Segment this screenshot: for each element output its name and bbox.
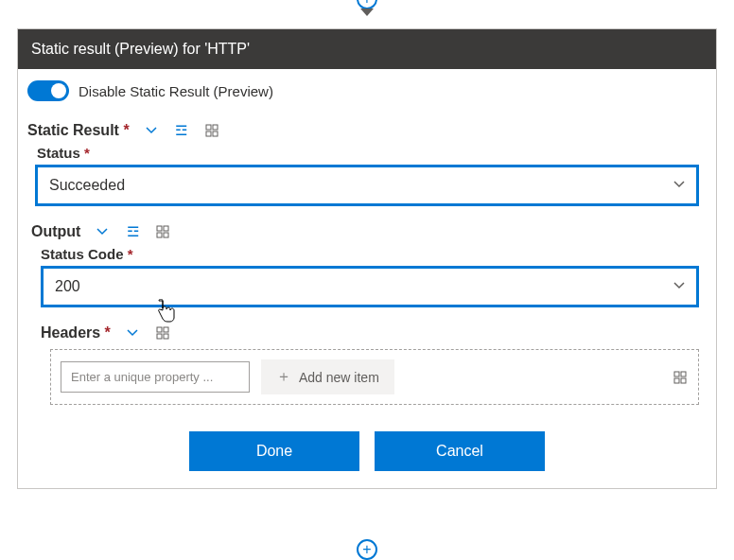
svg-rect-6 xyxy=(157,233,162,237)
svg-rect-10 xyxy=(157,334,162,339)
toggle-row: Disable Static Result (Preview) xyxy=(27,80,707,101)
svg-rect-14 xyxy=(674,378,679,383)
add-step-bottom-button[interactable]: + xyxy=(357,539,377,560)
cancel-button[interactable]: Cancel xyxy=(375,431,545,471)
status-value: Succeeded xyxy=(49,177,125,194)
svg-rect-12 xyxy=(674,372,679,376)
status-select[interactable]: Succeeded xyxy=(35,165,699,206)
bottom-connector: + xyxy=(357,539,377,560)
static-result-panel: Static result (Preview) for 'HTTP' Disab… xyxy=(17,28,717,489)
svg-rect-13 xyxy=(681,372,686,376)
status-code-label-text: Status Code xyxy=(41,246,124,262)
status-code-select[interactable]: 200 xyxy=(41,266,699,307)
svg-rect-15 xyxy=(681,378,686,383)
required-indicator: * xyxy=(105,324,111,341)
chevron-down-icon[interactable] xyxy=(94,223,111,240)
svg-rect-11 xyxy=(164,334,168,339)
chevron-down-icon[interactable] xyxy=(143,122,160,139)
required-indicator: * xyxy=(123,122,129,138)
svg-rect-1 xyxy=(213,125,218,130)
svg-rect-7 xyxy=(164,233,168,237)
svg-rect-2 xyxy=(206,131,211,136)
top-connector: + xyxy=(348,0,386,28)
plus-icon: ＋ xyxy=(276,367,291,387)
svg-rect-4 xyxy=(157,226,162,231)
list-icon[interactable] xyxy=(173,122,190,139)
add-item-label: Add new item xyxy=(299,370,379,385)
list-icon[interactable] xyxy=(124,223,141,240)
property-name-input[interactable] xyxy=(61,361,250,393)
chevron-down-icon xyxy=(673,280,685,294)
svg-rect-3 xyxy=(213,131,218,136)
svg-rect-0 xyxy=(206,125,211,130)
arrow-down-icon xyxy=(360,9,374,16)
headers-container: ＋ Add new item xyxy=(50,349,699,405)
svg-rect-9 xyxy=(164,327,168,332)
schema-icon[interactable] xyxy=(672,369,689,386)
required-indicator: * xyxy=(128,246,133,262)
static-result-toggle[interactable] xyxy=(27,80,69,101)
button-row: Done Cancel xyxy=(27,431,707,471)
panel-title: Static result (Preview) for 'HTTP' xyxy=(18,29,716,69)
schema-icon[interactable] xyxy=(203,122,220,139)
status-label: Status * xyxy=(37,145,707,161)
status-code-label: Status Code * xyxy=(41,246,707,262)
toggle-label: Disable Static Result (Preview) xyxy=(79,83,273,99)
headers-label-text: Headers xyxy=(41,324,100,341)
status-label-text: Status xyxy=(37,145,80,161)
headers-section-header: Headers * xyxy=(41,324,707,341)
static-result-section-header: Static Result * xyxy=(27,122,707,139)
chevron-down-icon[interactable] xyxy=(124,324,141,341)
add-header-button[interactable]: ＋ Add new item xyxy=(261,359,394,394)
status-code-value: 200 xyxy=(55,278,80,295)
static-result-label-text: Static Result xyxy=(27,122,119,138)
output-label: Output xyxy=(31,223,80,240)
headers-label: Headers * xyxy=(41,324,111,341)
static-result-label: Static Result * xyxy=(27,122,130,139)
svg-rect-5 xyxy=(164,226,168,231)
chevron-down-icon xyxy=(673,179,685,193)
output-section-header: Output xyxy=(31,223,707,240)
svg-rect-8 xyxy=(157,327,162,332)
required-indicator: * xyxy=(84,145,90,161)
schema-icon[interactable] xyxy=(154,324,171,341)
schema-icon[interactable] xyxy=(154,223,171,240)
done-button[interactable]: Done xyxy=(189,431,359,471)
